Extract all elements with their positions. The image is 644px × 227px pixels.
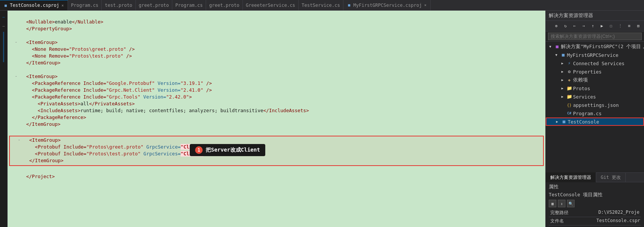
activity-icon-2[interactable]: —: [1, 23, 7, 29]
tab-label: Program.cs: [71, 3, 98, 8]
tree-item-services[interactable]: ▶ 📁 Services: [546, 92, 644, 101]
properties-label: Properties: [573, 69, 601, 75]
tree-item-testconsole[interactable]: ▶ ■ TestConsole: [546, 117, 644, 126]
code-line: </PackageReference>: [8, 114, 545, 121]
bottom-tab-git[interactable]: Git 更改: [596, 172, 626, 182]
deps-label: 依赖项: [573, 77, 588, 83]
properties-table: 完整路径 D:\VS2022_Proje 文件名 TestConsole.csp…: [549, 209, 641, 225]
tab-close-button-2[interactable]: ×: [424, 3, 427, 8]
code-line: <PackageReference Include="Google.Protob…: [8, 80, 545, 87]
tab-greet-proto[interactable]: greet.proto: [136, 0, 172, 11]
solution-expand-icon: ▼: [547, 44, 553, 50]
deps-icon: ❖: [566, 77, 572, 83]
code-line-highlight: </ItemGroup>: [11, 158, 542, 164]
activity-icon-1[interactable]: —: [1, 14, 7, 20]
connected-icon: ⚡: [566, 60, 572, 66]
tab-label: TestConsole.csproj: [10, 3, 59, 8]
toolbar-grid-btn[interactable]: ⊞: [634, 22, 642, 30]
prop-grid-btn[interactable]: ▦: [549, 200, 556, 207]
connected-label: Connected Services: [573, 61, 624, 66]
activity-bar: — —: [0, 11, 8, 227]
tree-item-solution[interactable]: ▼ ■ 解决方案"MyFirstGRPC"(2 个项目，共 2 个): [546, 42, 644, 51]
prop-row-filename: 文件名 TestConsole.cspr: [549, 217, 641, 225]
solution-icon: ■: [554, 44, 560, 50]
code-line: - <ItemGroup>: [8, 74, 545, 80]
toolbar-back-btn[interactable]: ←: [570, 22, 579, 30]
code-line-highlight: - <ItemGroup>: [11, 137, 542, 144]
testconsole-label: TestConsole: [568, 119, 599, 125]
tab-label: greet.proto: [209, 3, 239, 8]
code-line: <PackageReference Include="Grpc.Tools" V…: [8, 94, 545, 101]
tab-testservice[interactable]: TestService.cs: [299, 0, 343, 11]
tab-close-button[interactable]: ×: [61, 3, 65, 8]
code-line: - <ItemGroup>: [8, 39, 545, 46]
activity-icon-3[interactable]: [3, 32, 4, 62]
toolbar-up-btn[interactable]: ↑: [589, 22, 597, 30]
myfirst-expand-icon: ▼: [553, 52, 559, 58]
toolbar-add-btn[interactable]: ⊕: [552, 22, 561, 30]
toolbar-play-btn[interactable]: ▶: [598, 22, 606, 30]
tab-program-cs[interactable]: Program.cs: [68, 0, 102, 11]
tab-greet-proto-2[interactable]: greet.proto: [206, 0, 242, 11]
tree-item-connected-services[interactable]: ▶ ⚡ Connected Services: [546, 59, 644, 67]
code-line: </PropertyGroup>: [8, 26, 545, 33]
toolbar-view-btn[interactable]: ☐: [607, 22, 615, 30]
csproj-icon-2: ■: [346, 3, 352, 8]
editor-content[interactable]: <Nullable>enable</Nullable> </PropertyGr…: [8, 11, 545, 227]
services-folder-icon: 📁: [566, 94, 572, 100]
code-line: [8, 167, 545, 174]
solution-label: 解决方案"MyFirstGRPC"(2 个项目，共 2 个): [561, 44, 644, 50]
solution-explorer-panel: 解决方案资源管理器 ⊕ ↻ ← → ↑ ▶ ☐ ⋮ ≡ ⊞ ▼ ■ 解决方案"M…: [545, 11, 644, 227]
testconsole-expand-icon: ▶: [554, 119, 560, 125]
program-label: Program.cs: [573, 111, 601, 116]
tab-bar: ■ TestConsole.csproj × Program.cs test.p…: [0, 0, 644, 11]
toolbar-refresh-btn[interactable]: ↻: [561, 22, 570, 30]
tab-greeter-service[interactable]: GreeeterService.cs: [243, 0, 299, 11]
protos-expand-icon: ▶: [559, 85, 565, 91]
tab-program-cs-2[interactable]: Program.cs: [172, 0, 206, 11]
tree-item-appsettings[interactable]: ▶ {} appsettings.json: [546, 101, 644, 109]
tab-label: Program.cs: [175, 3, 203, 8]
tab-test-proto[interactable]: test.proto: [102, 0, 135, 11]
tab-testconsole-csproj[interactable]: ■ TestConsole.csproj ×: [0, 0, 68, 11]
toolbar-forward-btn[interactable]: →: [579, 22, 588, 30]
properties-icon: ⚙: [566, 69, 572, 75]
panel-title: 解决方案资源管理器: [549, 12, 593, 19]
main-layout: — — <Nullable>enable</Nullable> </Proper…: [0, 11, 644, 227]
prop-sort-btn[interactable]: ↕: [558, 200, 565, 207]
highlight-block: - <ItemGroup> <Protobuf Include="Protos\…: [9, 136, 544, 166]
code-line: <PackageReference Include="Grpc.Net.Clie…: [8, 87, 545, 94]
tree-item-program-cs[interactable]: ▶ C# Program.cs: [546, 109, 644, 117]
csproj-icon: ■: [3, 3, 8, 8]
code-line: <None Remove="Protos\test.proto" />: [8, 53, 545, 60]
solution-tree: ▼ ■ 解决方案"MyFirstGRPC"(2 个项目，共 2 个) ▼ ■ M…: [546, 42, 644, 172]
toolbar-filter-btn[interactable]: ≡: [625, 22, 633, 30]
tab-myfirstgrpc-csproj[interactable]: ■ MyFirstGRPCService.csproj ×: [343, 0, 431, 11]
csproj-icon: ■: [560, 52, 566, 58]
cs-icon: C#: [566, 110, 572, 116]
properties-toolbar: ▦ ↕ 🔍: [549, 200, 641, 207]
code-line: <PrivateAssets>all</PrivateAssets>: [8, 101, 545, 108]
search-input[interactable]: [548, 33, 642, 40]
prop-val-path: D:\VS2022_Proje: [595, 209, 641, 217]
tree-item-protos[interactable]: ▶ 📁 Protos: [546, 84, 644, 92]
tab-label: test.proto: [105, 3, 132, 8]
tree-item-deps[interactable]: ▶ ❖ 依赖项: [546, 76, 644, 84]
code-line-highlight: <Protobuf Include="Protos\test.proto" Gr…: [11, 151, 542, 158]
panel-title-bar: 解决方案资源管理器: [546, 11, 644, 21]
prop-search-btn[interactable]: 🔍: [567, 200, 575, 207]
code-line: <Nullable>enable</Nullable>: [8, 19, 545, 26]
bottom-tab-solution-explorer[interactable]: 解决方案资源管理器: [546, 172, 596, 182]
tooltip: 1 把Server改成Client: [190, 144, 265, 156]
prop-row-path: 完整路径 D:\VS2022_Proje: [549, 209, 641, 217]
services-expand-icon: ▶: [559, 94, 565, 100]
tab-label: greet.proto: [139, 3, 169, 8]
appsettings-label: appsettings.json: [573, 102, 619, 108]
tree-item-myfirstgrpc[interactable]: ▼ ■ MyFirstGRPCService: [546, 51, 644, 59]
myfirst-label: MyFirstGRPCService: [567, 52, 618, 58]
panel-toolbar: ⊕ ↻ ← → ↑ ▶ ☐ ⋮ ≡ ⊞: [546, 21, 644, 31]
tooltip-badge: 1: [195, 146, 203, 154]
tree-item-properties[interactable]: ▶ ⚙ Properties: [546, 67, 644, 76]
toolbar-menu-btn[interactable]: ⋮: [616, 22, 624, 30]
tooltip-text: 把Server改成Client: [206, 147, 260, 153]
